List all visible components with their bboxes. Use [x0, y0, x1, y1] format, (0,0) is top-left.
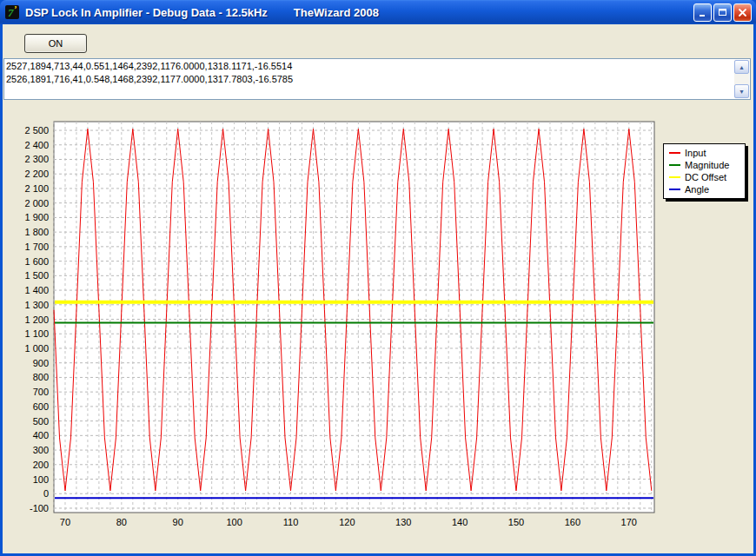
svg-text:2 300: 2 300: [24, 154, 49, 164]
legend-label: DC Offset: [685, 172, 726, 182]
svg-text:160: 160: [565, 517, 580, 527]
legend-swatch-input: [669, 152, 680, 154]
window-title-credit: TheWizard 2008: [294, 6, 379, 19]
svg-text:0: 0: [43, 488, 49, 499]
arrow-up-icon: ▲: [739, 64, 745, 70]
svg-text:2 500: 2 500: [24, 125, 49, 136]
arrow-down-icon: ▼: [739, 89, 745, 95]
svg-text:1 300: 1 300: [24, 300, 49, 310]
svg-text:170: 170: [621, 517, 637, 527]
svg-text:1 200: 1 200: [24, 314, 49, 325]
app-window: 7 ’ DSP Lock In Amplifier - Debug Data -…: [0, 0, 756, 556]
minimize-button[interactable]: [693, 3, 712, 22]
svg-text:150: 150: [508, 517, 524, 527]
svg-text:2 000: 2 000: [24, 198, 49, 208]
minimize-icon: [698, 8, 707, 17]
svg-text:1 500: 1 500: [24, 270, 49, 281]
legend-label: Angle: [685, 184, 709, 195]
svg-text:1 700: 1 700: [24, 242, 49, 252]
on-button[interactable]: ON: [24, 34, 87, 53]
svg-text:2 200: 2 200: [24, 169, 49, 179]
legend-item: Input: [669, 147, 739, 159]
legend-swatch-magnitude: [669, 164, 680, 166]
svg-text:-100: -100: [30, 503, 49, 513]
svg-text:500: 500: [33, 416, 49, 427]
svg-text:700: 700: [33, 387, 49, 397]
close-button[interactable]: [733, 3, 752, 22]
legend-label: Input: [685, 148, 706, 158]
legend-label: Magnitude: [685, 160, 729, 170]
maximize-button[interactable]: [713, 3, 732, 22]
legend-item: DC Offset: [669, 171, 739, 183]
debug-line: 2527,1894,713,44,0.551,1464,2392,1176.00…: [6, 60, 733, 73]
scroll-up-button[interactable]: ▲: [734, 60, 749, 74]
scroll-down-button[interactable]: ▼: [734, 84, 749, 98]
chart-legend: InputMagnitudeDC OffsetAngle: [663, 143, 746, 199]
scroll-track[interactable]: [734, 74, 749, 84]
debug-line: 2526,1891,716,41,0.548,1468,2392,1177.00…: [6, 73, 733, 86]
svg-text:1 900: 1 900: [24, 212, 49, 222]
svg-text:100: 100: [33, 474, 49, 485]
chart-plot: -10001002003004005006007008009001 0001 1…: [3, 110, 752, 550]
svg-text:300: 300: [33, 445, 49, 455]
window-controls: [693, 3, 752, 22]
maximize-icon: [718, 8, 727, 17]
debug-scrollbar[interactable]: ▲ ▼: [734, 60, 749, 98]
debug-lines: 2527,1894,713,44,0.551,1464,2392,1176.00…: [6, 60, 733, 98]
svg-text:1 100: 1 100: [24, 328, 49, 339]
svg-text:7: 7: [8, 6, 14, 19]
svg-text:90: 90: [173, 517, 183, 527]
legend-item: Magnitude: [669, 159, 739, 171]
svg-text:900: 900: [33, 358, 49, 368]
legend-swatch-dc-offset: [669, 176, 680, 178]
svg-text:200: 200: [33, 460, 49, 470]
svg-text:1 800: 1 800: [24, 227, 49, 237]
svg-text:2 400: 2 400: [24, 140, 49, 150]
svg-text:140: 140: [452, 517, 468, 527]
svg-text:600: 600: [33, 401, 49, 412]
svg-text:1 000: 1 000: [24, 343, 49, 354]
svg-text:80: 80: [116, 517, 127, 527]
legend-item: Angle: [669, 183, 739, 195]
chart-panel: -10001002003004005006007008009001 0001 1…: [3, 110, 752, 550]
app-icon: 7 ’: [5, 4, 21, 20]
legend-swatch-angle: [669, 189, 680, 190]
svg-text:2 100: 2 100: [24, 183, 49, 194]
svg-text:110: 110: [283, 517, 299, 527]
svg-text:1 400: 1 400: [24, 285, 49, 295]
window-title: DSP Lock In Amplifier - Debug Data - 12.…: [25, 6, 268, 19]
svg-text:1 600: 1 600: [24, 256, 49, 267]
svg-text:100: 100: [226, 517, 242, 527]
svg-text:400: 400: [33, 430, 49, 440]
svg-text:120: 120: [339, 517, 355, 527]
svg-text:130: 130: [395, 517, 411, 527]
svg-text:’: ’: [14, 4, 17, 14]
close-icon: [738, 8, 747, 17]
debug-output[interactable]: 2527,1894,713,44,0.551,1464,2392,1176.00…: [3, 58, 751, 100]
svg-text:800: 800: [33, 372, 49, 382]
title-bar[interactable]: 7 ’ DSP Lock In Amplifier - Debug Data -…: [0, 0, 756, 24]
svg-text:70: 70: [60, 517, 70, 527]
client-area: ON 2527,1894,713,44,0.551,1464,2392,1176…: [3, 24, 753, 553]
